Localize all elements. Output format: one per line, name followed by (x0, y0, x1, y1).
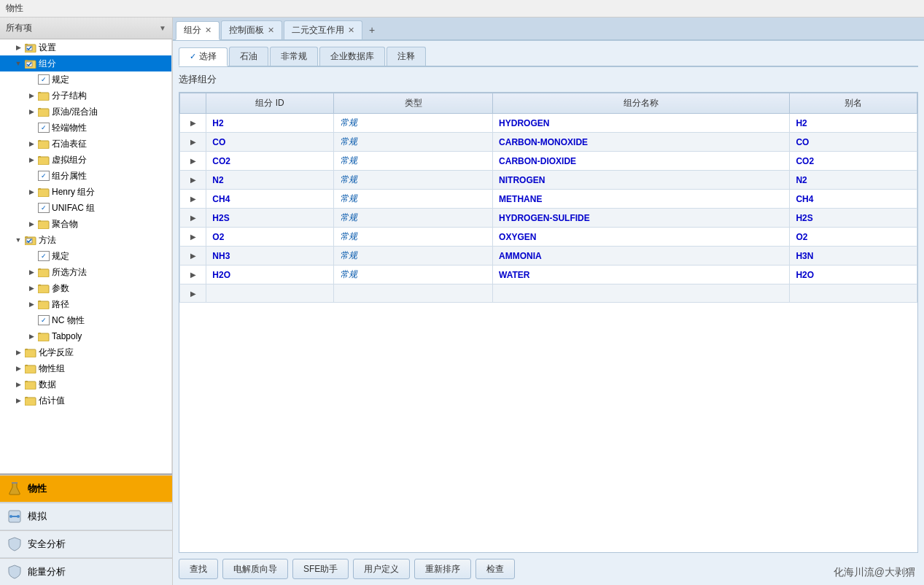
sidebar-item-tabpoly[interactable]: ▶ Tabpoly (0, 328, 171, 344)
folder-icon (38, 186, 50, 198)
content-area: 组分 ✕ 控制面板 ✕ 二元交互作用 ✕ + ✓ 选择 石油 (173, 18, 924, 585)
table-row[interactable]: ▶ CH4 常规 METHANE CH4 (180, 190, 917, 209)
sidebar-label-data: 数据 (39, 379, 56, 391)
table-row[interactable]: ▶ H2 常规 HYDROGEN H2 (180, 114, 917, 133)
sidebar-label-components: 组分 (39, 58, 56, 70)
sidebar-item-params[interactable]: ▶ 参数 (0, 280, 171, 296)
cell-name: CARBON-DIOXIDE (493, 152, 790, 171)
expand-icon: ▶ (13, 347, 23, 357)
cell-name: HYDROGEN (493, 114, 790, 133)
expand-icon: ▶ (13, 363, 23, 373)
nav-item-properties[interactable]: 物性 (0, 475, 172, 502)
tab-components[interactable]: 组分 ✕ (176, 21, 220, 40)
cell-type: 常规 (333, 228, 492, 247)
sidebar-item-routes[interactable]: ▶ 路径 (0, 296, 171, 312)
sidebar-item-regulations[interactable]: ▶ ✓ 规定 (0, 71, 171, 88)
cell-type: 常规 (333, 209, 492, 228)
sidebar-item-methods[interactable]: ▼ 方法 (0, 232, 171, 248)
sidebar-item-components[interactable]: ▼ 组分 (0, 55, 171, 71)
sidebar-label-methods: 方法 (39, 234, 56, 247)
sidebar-item-methods-reg[interactable]: ▶ ✓ 规定 (0, 248, 171, 264)
sidebar-item-henry[interactable]: ▶ Henry 组分 (0, 184, 171, 200)
svg-rect-15 (38, 333, 49, 341)
cell-name: OXYGEN (493, 228, 790, 247)
table-row[interactable]: ▶ N2 常规 NITROGEN N2 (180, 171, 917, 190)
expand-icon: ▶ (26, 299, 36, 309)
sidebar-dropdown-icon[interactable]: ▼ (159, 24, 166, 32)
sidebar-item-petro-char[interactable]: ▶ 石油表征 (0, 136, 171, 152)
cell-id: H2 (206, 114, 334, 133)
sidebar-item-settings[interactable]: ▶ 设置 (0, 39, 171, 55)
cell-id: O2 (206, 228, 334, 247)
sidebar-item-crude[interactable]: ▶ 原油/混合油 (0, 104, 171, 120)
tab-close-interaction[interactable]: ✕ (348, 26, 354, 34)
simulation-icon (7, 509, 22, 524)
sidebar-item-polymers[interactable]: ▶ 聚合物 (0, 216, 171, 232)
nav-item-energy[interactable]: 能量分析 (0, 558, 172, 585)
tab-dashboard[interactable]: 控制面板 ✕ (221, 20, 282, 39)
sidebar-item-virtual-comp[interactable]: ▶ 虚拟组分 (0, 152, 171, 168)
expand-icon: ▶ (26, 219, 36, 229)
tab-add-button[interactable]: + (364, 22, 380, 38)
tab-interaction[interactable]: 二元交互作用 ✕ (284, 20, 362, 39)
sidebar-item-comp-props[interactable]: ▶ ✓ 组分属性 (0, 168, 171, 184)
cell-name: AMMONIA (493, 247, 790, 266)
cell-type: 常规 (333, 133, 492, 152)
tab-close-components[interactable]: ✕ (205, 26, 211, 34)
nav-item-safety[interactable]: 安全分析 (0, 530, 172, 557)
sidebar-item-selected-method[interactable]: ▶ 所选方法 (0, 264, 171, 280)
expand-icon: ▶ (26, 90, 36, 101)
folder-icon (25, 395, 36, 406)
sub-tab-select[interactable]: ✓ 选择 (179, 47, 228, 66)
tab-label-components: 组分 (184, 24, 201, 36)
table-row[interactable]: ▶ CO2 常规 CARBON-DIOXIDE CO2 (180, 152, 917, 171)
cell-type: 常规 (333, 247, 492, 266)
sidebar-item-chem-reaction[interactable]: ▶ 化学反应 (0, 344, 171, 360)
sidebar-label-routes: 路径 (52, 298, 69, 311)
row-arrow: ▶ (180, 190, 206, 209)
folder-icon (38, 106, 50, 117)
btn-check[interactable]: 检查 (475, 559, 515, 579)
sub-tab-notes[interactable]: 注释 (387, 47, 426, 66)
sidebar-item-light-props[interactable]: ▶ ✓ 轻端物性 (0, 120, 171, 136)
btn-sfe[interactable]: SFE助手 (292, 559, 349, 579)
svg-rect-14 (38, 301, 49, 309)
table-row[interactable]: ▶ H2O 常规 WATER H2O (180, 266, 917, 284)
btn-electrolyte[interactable]: 电解质向导 (222, 559, 288, 579)
nav-label-simulation: 模拟 (28, 510, 47, 523)
folder-icon (38, 90, 50, 101)
col-header-arrow (180, 93, 206, 114)
sub-tab-bar: ✓ 选择 石油 非常规 企业数据库 注释 (179, 47, 918, 67)
sidebar-item-nc-props[interactable]: ▶ ✓ NC 物性 (0, 312, 171, 328)
btn-find[interactable]: 查找 (179, 559, 218, 579)
svg-rect-18 (25, 381, 36, 390)
sub-tab-nonconventional[interactable]: 非常规 (270, 47, 318, 66)
checkbox-icon: ✓ (38, 251, 50, 261)
expand-icon: ▶ (26, 106, 36, 117)
sidebar-item-molecular[interactable]: ▶ 分子结构 (0, 88, 171, 104)
table-row[interactable]: ▶ NH3 常规 AMMONIA H3N (180, 247, 917, 266)
table-row[interactable]: ▶ H2S 常规 HYDROGEN-SULFIDE H2S (180, 209, 917, 228)
sidebar-item-data[interactable]: ▶ 数据 (0, 376, 171, 392)
sidebar-item-unifac[interactable]: ▶ ✓ UNIFAC 组 (0, 200, 171, 216)
tab-close-dashboard[interactable]: ✕ (268, 26, 274, 34)
nav-item-simulation[interactable]: 模拟 (0, 503, 172, 530)
folder-icon (38, 218, 50, 230)
nav-label-energy: 能量分析 (28, 565, 66, 578)
bottom-nav: 物性 模拟 安全分析 能量分析 (0, 473, 172, 585)
sidebar-label-settings: 设置 (39, 42, 56, 54)
table-row[interactable]: ▶ CO 常规 CARBON-MONOXIDE CO (180, 133, 917, 152)
sidebar-label-estimation: 估计值 (39, 395, 65, 407)
btn-reorder[interactable]: 重新排序 (414, 559, 471, 579)
sidebar-item-prop-group[interactable]: ▶ 物性组 (0, 360, 171, 376)
sidebar-item-estimation[interactable]: ▶ 估计值 (0, 392, 171, 408)
table-row[interactable]: ▶ O2 常规 OXYGEN O2 (180, 228, 917, 247)
sub-tab-petroleum[interactable]: 石油 (229, 47, 268, 66)
data-table-wrapper[interactable]: 组分 ID 类型 组分名称 别名 ▶ H2 常规 HYDROGEN H2 ▶ C… (179, 92, 918, 553)
sub-tab-enterprise[interactable]: 企业数据库 (319, 47, 385, 66)
table-row-empty[interactable]: ▶ (180, 284, 917, 303)
btn-user-defined[interactable]: 用户定义 (353, 559, 410, 579)
cell-empty (790, 284, 917, 303)
sidebar-label-polymers: 聚合物 (52, 218, 78, 230)
expand-icon: ▼ (13, 235, 23, 245)
